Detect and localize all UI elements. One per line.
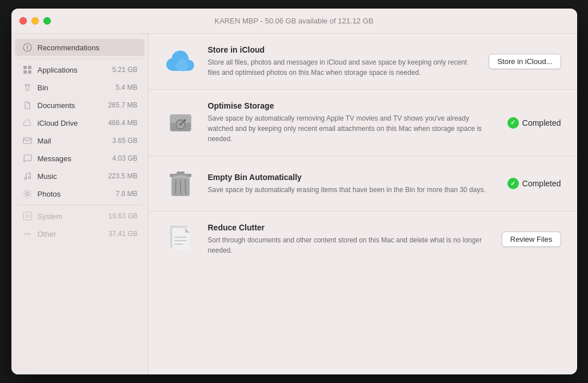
main-content: Store in iCloud Store all files, photos … (149, 34, 577, 374)
sidebar-item-photos[interactable]: Photos 7.8 MB (15, 185, 145, 202)
svg-rect-4 (28, 70, 31, 74)
svg-rect-2 (28, 66, 31, 69)
sidebar-divider-2 (18, 205, 141, 205)
traffic-lights (19, 17, 51, 25)
emptybin-rec-text: Empty Bin Automatically Save space by au… (208, 173, 496, 195)
sidebar-photos-label: Photos (38, 190, 116, 198)
svg-line-27 (185, 180, 186, 194)
svg-point-12 (26, 233, 28, 235)
optimise-rec-title: Optimise Storage (208, 101, 496, 110)
system-icon (22, 210, 33, 222)
sidebar-photos-size: 7.8 MB (115, 190, 137, 198)
maximize-button[interactable] (43, 17, 51, 25)
sidebar-applications-size: 5.21 GB (112, 66, 137, 74)
sidebar-item-applications[interactable]: Applications 5.21 GB (15, 61, 145, 78)
other-icon (22, 228, 33, 240)
sidebar-item-recommendations[interactable]: Recommendations (15, 39, 145, 56)
svg-point-10 (26, 215, 29, 218)
icloud-recommendation: Store in iCloud Store all files, photos … (149, 34, 577, 90)
emptybin-rec-description: Save space by automatically erasing item… (208, 185, 496, 195)
optimise-rec-action: ✓ Completed (507, 117, 561, 129)
svg-point-13 (29, 233, 30, 235)
photos-icon (22, 188, 33, 200)
harddrive-rec-icon (165, 107, 197, 139)
sidebar-item-documents[interactable]: Documents 265.7 MB (15, 97, 145, 114)
icloud-rec-action: Store in iCloud... (489, 54, 561, 69)
sidebar-documents-size: 265.7 MB (108, 101, 137, 109)
svg-rect-1 (23, 66, 27, 69)
emptybin-check-icon: ✓ (507, 178, 519, 189)
trash-rec-icon (165, 167, 197, 200)
sidebar-icloud-size: 468.4 MB (108, 119, 137, 127)
icloud-rec-text: Store in iCloud Store all files, photos … (208, 45, 478, 78)
svg-point-11 (24, 233, 26, 235)
sidebar-system-label: System (38, 212, 109, 221)
sidebar-recommendations-label: Recommendations (38, 43, 138, 52)
sidebar-item-other[interactable]: Other 37.41 GB (15, 225, 145, 242)
sidebar: Recommendations Applications 5.21 GB (11, 34, 149, 374)
svg-rect-9 (23, 212, 31, 220)
svg-rect-24 (177, 171, 185, 174)
clutter-recommendation: Reduce Clutter Sort through documents an… (149, 212, 577, 267)
emptybin-rec-title: Empty Bin Automatically (208, 173, 496, 182)
sidebar-item-icloud-drive[interactable]: iCloud Drive 468.4 MB (15, 114, 145, 131)
titlebar: KAREN MBP - 50.06 GB available of 121.12… (11, 9, 577, 34)
sidebar-music-size: 223.5 MB (108, 172, 137, 180)
sidebar-item-bin[interactable]: Bin 5.4 MB (15, 79, 145, 96)
svg-point-7 (28, 177, 30, 179)
sidebar-mail-size: 3.65 GB (112, 137, 137, 145)
svg-rect-5 (23, 138, 31, 143)
sidebar-mail-label: Mail (38, 137, 113, 145)
optimise-rec-text: Optimise Storage Save space by automatic… (208, 101, 496, 144)
sidebar-other-label: Other (38, 230, 109, 238)
review-files-button[interactable]: Review Files (502, 232, 561, 247)
clutter-rec-title: Reduce Clutter (208, 223, 490, 232)
optimise-recommendation: Optimise Storage Save space by automatic… (149, 90, 577, 156)
sidebar-system-size: 19.63 GB (109, 212, 138, 220)
icloud-rec-icon (165, 46, 197, 78)
sidebar-other-size: 37.41 GB (109, 230, 138, 238)
sidebar-item-messages[interactable]: Messages 4.03 GB (15, 150, 145, 167)
minimize-button[interactable] (31, 17, 39, 25)
emptybin-completed-badge: ✓ Completed (507, 178, 561, 189)
optimise-check-icon: ✓ (507, 117, 519, 129)
icloud-drive-icon (22, 117, 33, 129)
sidebar-messages-size: 4.03 GB (112, 154, 137, 162)
sidebar-music-label: Music (38, 172, 109, 181)
documents-icon (22, 99, 33, 111)
sidebar-applications-label: Applications (38, 66, 113, 74)
emptybin-rec-action: ✓ Completed (507, 178, 561, 189)
optimise-rec-description: Save space by automatically removing App… (208, 113, 496, 144)
icloud-rec-title: Store in iCloud (208, 45, 478, 54)
recommendations-icon (22, 42, 33, 53)
icloud-rec-description: Store all files, photos and messages in … (208, 57, 478, 78)
svg-line-25 (175, 180, 176, 194)
clutter-rec-text: Reduce Clutter Sort through documents an… (208, 223, 490, 256)
store-in-icloud-button[interactable]: Store in iCloud... (489, 54, 561, 69)
sidebar-bin-size: 5.4 MB (115, 83, 137, 91)
svg-rect-3 (23, 70, 27, 74)
clutter-rec-action: Review Files (502, 232, 561, 247)
sidebar-messages-label: Messages (38, 154, 113, 163)
svg-point-21 (183, 119, 186, 121)
clutter-rec-description: Sort through documents and other content… (208, 235, 490, 256)
applications-icon (22, 64, 33, 75)
content-area: Recommendations Applications 5.21 GB (11, 34, 577, 374)
sidebar-item-music[interactable]: Music 223.5 MB (15, 167, 145, 185)
sidebar-item-mail[interactable]: Mail 3.65 GB (15, 132, 145, 149)
sidebar-divider-1 (18, 58, 141, 59)
sidebar-item-system[interactable]: System 19.63 GB (15, 208, 145, 225)
bin-icon (22, 82, 33, 93)
sidebar-bin-label: Bin (38, 83, 116, 92)
main-window: KAREN MBP - 50.06 GB available of 121.12… (11, 9, 577, 374)
sidebar-documents-label: Documents (38, 101, 109, 110)
music-icon (22, 170, 33, 182)
optimise-completed-label: Completed (522, 118, 561, 127)
document-rec-icon (165, 224, 197, 256)
close-button[interactable] (19, 17, 27, 25)
optimise-completed-badge: ✓ Completed (507, 117, 561, 129)
svg-point-6 (24, 177, 26, 179)
emptybin-recommendation: Empty Bin Automatically Save space by au… (149, 156, 577, 212)
mail-icon (22, 135, 33, 146)
messages-icon (22, 153, 33, 164)
